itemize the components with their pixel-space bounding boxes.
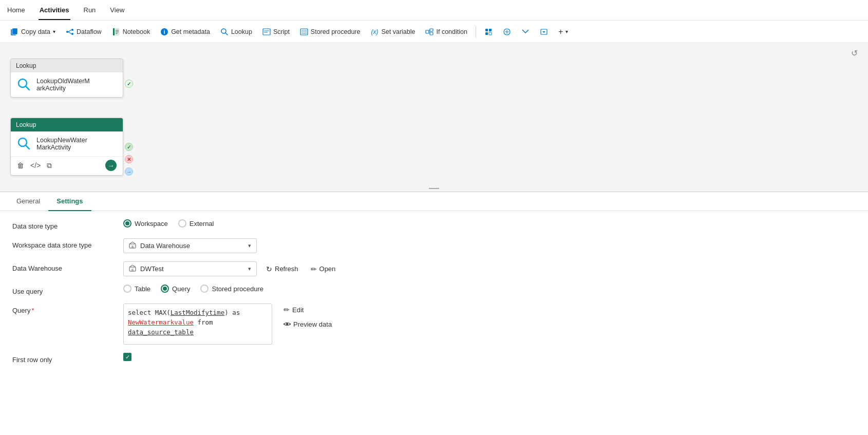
svg-rect-31	[489, 32, 492, 35]
lookup-icon	[220, 28, 229, 36]
lookup-label: Lookup	[231, 28, 252, 35]
next-arrow-icon[interactable]: →	[105, 160, 117, 171]
svg-rect-1	[12, 28, 17, 34]
first-row-only-checkbox[interactable]: ✓	[123, 353, 131, 361]
set-variable-icon: (x)	[370, 28, 379, 36]
radio-external-circle	[178, 219, 186, 228]
get-metadata-label: Get metadata	[171, 28, 210, 35]
workspace-data-store-type-label: Workspace data store type	[12, 238, 115, 249]
query-row: Query* select MAX(LastModifytime) as New…	[12, 304, 856, 345]
data-warehouse-dropdown[interactable]: DWTest ▾	[123, 261, 257, 276]
tab-settings[interactable]: Settings	[48, 192, 91, 211]
radio-query[interactable]: Query	[161, 285, 190, 293]
connector-check-old: ✓	[125, 80, 133, 88]
query-label: Query*	[12, 304, 115, 314]
query-control: select MAX(LastModifytime) as NewWaterma…	[123, 304, 856, 345]
query-from: from	[194, 318, 213, 326]
stored-procedure-button[interactable]: Stored procedure	[296, 25, 365, 39]
connector-success: ✓	[125, 143, 133, 151]
nav-run[interactable]: Run	[83, 4, 97, 16]
nav-view[interactable]: View	[109, 4, 125, 16]
radio-table[interactable]: Table	[123, 285, 150, 293]
radio-workspace[interactable]: Workspace	[123, 219, 168, 228]
notebook-button[interactable]: Notebook	[108, 25, 155, 39]
svg-rect-24	[430, 29, 433, 31]
data-store-type-label: Data store type	[12, 219, 115, 230]
copy-data-button[interactable]: Copy data ▾	[6, 25, 60, 39]
svg-rect-25	[430, 32, 433, 35]
svg-line-39	[26, 145, 29, 149]
query-value-display[interactable]: select MAX(LastModifytime) as NewWaterma…	[123, 304, 272, 345]
svg-text:i: i	[164, 29, 165, 35]
get-metadata-icon: i	[160, 28, 168, 36]
card-body-new: LookupNewWaterMarkActivity	[11, 131, 123, 156]
card-header-new: Lookup	[11, 118, 123, 131]
more-label: +	[558, 27, 563, 36]
data-warehouse-row: Data Warehouse DWTest ▾ ↻ Refresh ✏ Open	[12, 261, 856, 276]
script-button[interactable]: Script	[258, 25, 294, 39]
radio-stored-procedure-circle	[200, 285, 209, 293]
tab-general[interactable]: General	[8, 192, 48, 211]
data-warehouse-value: DWTest	[140, 265, 244, 273]
copy-data-icon	[10, 28, 18, 36]
get-metadata-button[interactable]: i Get metadata	[156, 25, 214, 39]
set-variable-label: Set variable	[381, 28, 415, 35]
icon-button-2[interactable]	[499, 25, 515, 39]
refresh-button[interactable]: ↻ Refresh	[263, 263, 301, 275]
refresh-label: Refresh	[275, 265, 298, 273]
icon-button-1[interactable]	[480, 25, 497, 39]
if-condition-button[interactable]: If condition	[421, 25, 471, 39]
radio-external[interactable]: External	[178, 219, 214, 228]
warehouse-icon-2	[129, 264, 136, 273]
data-warehouse-dropdown-arrow-icon: ▾	[248, 266, 251, 272]
open-label: Open	[319, 265, 336, 273]
edit-button[interactable]: ✏ Edit	[280, 304, 335, 316]
set-variable-button[interactable]: (x) Set variable	[366, 25, 419, 39]
svg-rect-8	[113, 28, 115, 35]
radio-workspace-circle	[123, 219, 131, 228]
dataflow-label: Dataflow	[77, 28, 102, 35]
svg-rect-16	[263, 29, 270, 35]
pipeline-canvas[interactable]: Lookup LookupOldWaterMarkActivity ✓ Look…	[0, 43, 868, 192]
code-icon[interactable]: </>	[30, 161, 41, 169]
lookup-button[interactable]: Lookup	[216, 25, 256, 39]
more-button[interactable]: + ▾	[554, 25, 572, 39]
canvas-refresh-icon[interactable]: ↺	[851, 48, 858, 58]
svg-point-44	[286, 323, 288, 325]
radio-stored-procedure[interactable]: Stored procedure	[200, 285, 263, 293]
radio-query-label: Query	[172, 285, 190, 293]
preview-data-button[interactable]: Preview data	[280, 318, 335, 330]
lookup-card-icon-new	[17, 137, 31, 151]
query-actions: ✏ Edit Preview data	[280, 304, 335, 330]
card-tools: 🗑 </> ⧉ →	[11, 156, 123, 175]
icon-button-3[interactable]	[517, 25, 534, 39]
dataflow-icon	[66, 28, 74, 36]
lookup-new-card[interactable]: Lookup LookupNewWaterMarkActivity 🗑 </> …	[10, 118, 123, 176]
svg-rect-43	[131, 269, 134, 271]
icon-button-4[interactable]	[536, 25, 552, 39]
nav-activities[interactable]: Activities	[39, 4, 70, 16]
dataflow-button[interactable]: Dataflow	[62, 25, 106, 39]
trash-icon[interactable]: 🗑	[17, 161, 24, 169]
nav-home[interactable]: Home	[6, 4, 26, 16]
canvas-divider	[429, 188, 439, 189]
svg-point-2	[66, 31, 68, 33]
stored-procedure-label: Stored procedure	[311, 28, 361, 35]
query-newwatermarkvalue: NewWatermarkvalue	[128, 318, 194, 326]
query-lastmodifytime: LastModifytime	[171, 309, 224, 316]
svg-rect-41	[131, 245, 134, 248]
open-button[interactable]: ✏ Open	[308, 263, 339, 275]
open-icon: ✏	[311, 265, 317, 273]
radio-table-label: Table	[135, 285, 150, 293]
workspace-data-store-type-dropdown[interactable]: Data Warehouse ▾	[123, 238, 257, 253]
bottom-panel: General Settings Data store type Workspa…	[0, 192, 868, 432]
edit-label: Edit	[292, 306, 304, 314]
top-navigation: Home Activities Run View	[0, 0, 868, 21]
copy-icon[interactable]: ⧉	[47, 161, 52, 170]
lookup-old-card[interactable]: Lookup LookupOldWaterMarkActivity ✓	[10, 59, 123, 98]
card-name-old: LookupOldWaterMarkActivity	[36, 78, 90, 92]
notebook-label: Notebook	[123, 28, 150, 35]
lookup-card-icon-old	[17, 78, 31, 92]
script-icon	[262, 28, 271, 36]
workspace-dropdown-arrow-icon: ▾	[248, 242, 251, 249]
